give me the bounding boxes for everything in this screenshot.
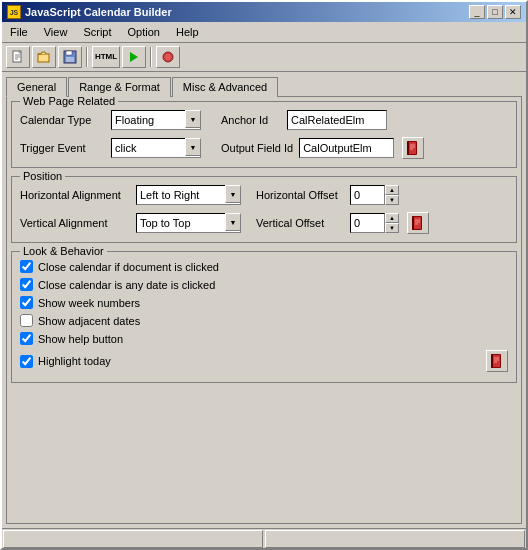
checkbox-week-numbers[interactable]: [20, 296, 33, 309]
svg-rect-9: [66, 57, 74, 62]
tabs-container: General Range & Format Misc & Advanced: [2, 72, 526, 96]
app-icon: JS: [7, 5, 21, 19]
anchor-id-input[interactable]: [287, 110, 387, 130]
checkbox-row-1: Close calendar if document is clicked: [20, 260, 508, 273]
trigger-event-select[interactable]: click mouseover focus: [111, 138, 201, 158]
checkbox-close-doc[interactable]: [20, 260, 33, 273]
tab-misc-advanced[interactable]: Misc & Advanced: [172, 77, 278, 97]
tab-content: Web Page Related Calendar Type Floating …: [6, 96, 522, 524]
trigger-event-label: Trigger Event: [20, 142, 105, 154]
position-book-button[interactable]: [407, 212, 429, 234]
menu-help[interactable]: Help: [168, 24, 207, 40]
toolbar-separator-2: [150, 47, 152, 67]
checkbox-row-4: Show adjacent dates: [20, 314, 508, 327]
new-button[interactable]: [6, 46, 30, 68]
output-field-book-button[interactable]: [402, 137, 424, 159]
svg-rect-22: [412, 216, 414, 230]
checkbox-row-6: Highlight today: [20, 350, 508, 372]
main-window: JS JavaScript Calendar Builder _ □ ✕ Fil…: [0, 0, 528, 550]
menu-option[interactable]: Option: [120, 24, 168, 40]
checkbox-adjacent-dates[interactable]: [20, 314, 33, 327]
svg-rect-6: [38, 54, 49, 62]
calendar-type-label: Calendar Type: [20, 114, 105, 126]
horizontal-offset-spinner: ▲ ▼: [350, 185, 399, 205]
vertical-offset-spinner: ▲ ▼: [350, 213, 399, 233]
checkbox-help-button-label[interactable]: Show help button: [38, 333, 123, 345]
maximize-button[interactable]: □: [487, 5, 503, 19]
look-behavior-book-button[interactable]: [486, 350, 508, 372]
tab-range-format[interactable]: Range & Format: [68, 77, 171, 97]
checkbox-close-date-label[interactable]: Close calendar is any date is clicked: [38, 279, 215, 291]
vertical-offset-up[interactable]: ▲: [385, 213, 399, 223]
checkbox-close-doc-label[interactable]: Close calendar if document is clicked: [38, 261, 219, 273]
extra-button[interactable]: [156, 46, 180, 68]
position-group: Position Horizontal Alignment Left to Ri…: [11, 176, 517, 243]
output-field-id-label: Output Field Id: [221, 142, 293, 154]
output-field-id-input[interactable]: [299, 138, 394, 158]
anchor-id-label: Anchor Id: [221, 114, 281, 126]
vertical-offset-label: Vertical Offset: [256, 217, 346, 229]
title-bar: JS JavaScript Calendar Builder _ □ ✕: [2, 2, 526, 22]
svg-rect-18: [413, 217, 421, 229]
svg-text:JS: JS: [10, 9, 19, 16]
horizontal-alignment-dropdown-wrapper: Left to Right Right to Left Center ▼: [136, 185, 241, 205]
minimize-button[interactable]: _: [469, 5, 485, 19]
horizontal-offset-up[interactable]: ▲: [385, 185, 399, 195]
look-behavior-title: Look & Behavior: [20, 245, 107, 257]
html-button[interactable]: HTML: [92, 46, 120, 68]
status-panel-2: [265, 530, 525, 548]
save-button[interactable]: [58, 46, 82, 68]
status-panel-1: [3, 530, 263, 548]
trigger-event-dropdown-wrapper: click mouseover focus ▼: [111, 138, 201, 158]
svg-rect-28: [491, 354, 493, 368]
checkbox-highlight-today[interactable]: [20, 355, 33, 368]
calendar-type-dropdown-wrapper: Floating Embedded Inline ▼: [111, 110, 201, 130]
horizontal-alignment-select[interactable]: Left to Right Right to Left Center: [136, 185, 241, 205]
checkbox-row-3: Show week numbers: [20, 296, 508, 309]
toolbar: HTML: [2, 43, 526, 72]
menu-file[interactable]: File: [2, 24, 36, 40]
vertical-offset-input[interactable]: [350, 213, 385, 233]
web-page-related-title: Web Page Related: [20, 96, 118, 107]
checkbox-adjacent-dates-label[interactable]: Show adjacent dates: [38, 315, 140, 327]
vertical-alignment-label: Vertical Alignment: [20, 217, 130, 229]
horizontal-offset-label: Horizontal Offset: [256, 189, 346, 201]
vertical-alignment-select[interactable]: Top to Top Bottom to Bottom Center: [136, 213, 241, 233]
play-icon: [130, 52, 138, 62]
menu-script[interactable]: Script: [75, 24, 119, 40]
svg-rect-16: [407, 141, 409, 155]
look-behavior-group: Look & Behavior Close calendar if docume…: [11, 251, 517, 383]
vertical-offset-spinner-btns: ▲ ▼: [385, 213, 399, 233]
status-bar: [2, 528, 526, 548]
web-page-related-group: Web Page Related Calendar Type Floating …: [11, 101, 517, 168]
horizontal-offset-spinner-btns: ▲ ▼: [385, 185, 399, 205]
position-title: Position: [20, 170, 65, 182]
horizontal-offset-down[interactable]: ▼: [385, 195, 399, 205]
checkbox-highlight-today-label[interactable]: Highlight today: [38, 355, 111, 367]
checkbox-row-2: Close calendar is any date is clicked: [20, 278, 508, 291]
svg-rect-24: [492, 355, 500, 367]
title-bar-left: JS JavaScript Calendar Builder: [7, 5, 172, 19]
title-buttons: _ □ ✕: [469, 5, 521, 19]
open-button[interactable]: [32, 46, 56, 68]
html-label: HTML: [95, 53, 117, 61]
window-title: JavaScript Calendar Builder: [25, 6, 172, 18]
tab-general[interactable]: General: [6, 77, 67, 97]
checkbox-row-5: Show help button: [20, 332, 508, 345]
checkbox-close-date[interactable]: [20, 278, 33, 291]
vertical-alignment-dropdown-wrapper: Top to Top Bottom to Bottom Center ▼: [136, 213, 241, 233]
toolbar-separator-1: [86, 47, 88, 67]
close-button[interactable]: ✕: [505, 5, 521, 19]
svg-rect-12: [408, 142, 416, 154]
run-button[interactable]: [122, 46, 146, 68]
horizontal-alignment-label: Horizontal Alignment: [20, 189, 130, 201]
checkbox-help-button[interactable]: [20, 332, 33, 345]
svg-rect-8: [66, 51, 72, 55]
menu-bar: File View Script Option Help: [2, 22, 526, 43]
menu-view[interactable]: View: [36, 24, 76, 40]
checkbox-week-numbers-label[interactable]: Show week numbers: [38, 297, 140, 309]
vertical-offset-down[interactable]: ▼: [385, 223, 399, 233]
calendar-type-select[interactable]: Floating Embedded Inline: [111, 110, 201, 130]
horizontal-offset-input[interactable]: [350, 185, 385, 205]
